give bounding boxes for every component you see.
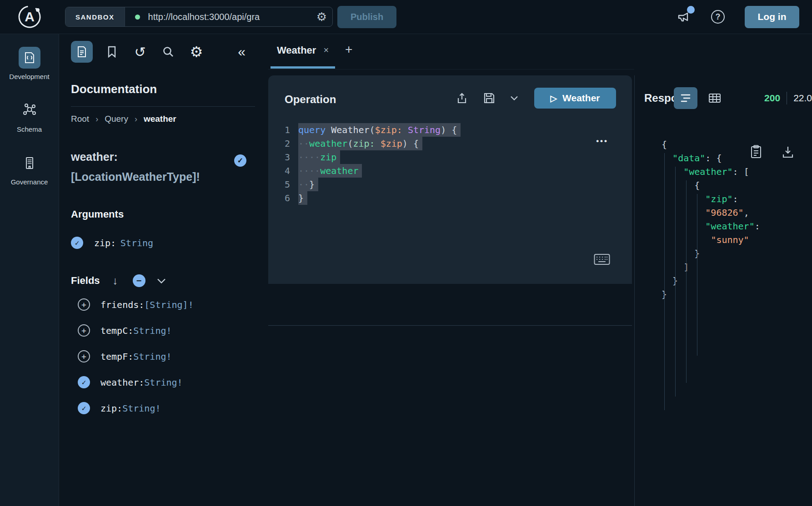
sidebar-item-schema[interactable]: Schema (0, 99, 59, 133)
code-token: ···· (298, 152, 320, 163)
apollo-logo[interactable]: A (0, 4, 59, 30)
graphql-code-editor[interactable]: 1query Weather($zip: String) {2··weather… (268, 123, 632, 205)
breadcrumb-current: weather (144, 114, 176, 124)
code-line[interactable]: 1query Weather($zip: String) { (268, 123, 632, 137)
save-operation-button[interactable] (483, 92, 495, 104)
sandbox-badge[interactable]: SANDBOX (65, 7, 125, 26)
notification-dot (687, 6, 695, 14)
code-selection: ····weather (298, 164, 362, 178)
download-response-button[interactable] (782, 145, 794, 159)
editor-menu-ellipsis-button[interactable]: ••• (596, 137, 608, 146)
bookmarks-button[interactable] (103, 43, 121, 61)
code-line[interactable]: 3····zip (268, 150, 632, 164)
endpoint-settings-gear-icon[interactable]: ⚙ (314, 10, 332, 24)
field-heading-type[interactable]: [LocationWeatherType]! (71, 170, 200, 183)
code-token: query (298, 124, 326, 135)
share-operation-button[interactable] (456, 92, 468, 104)
announcements-button[interactable] (677, 10, 691, 24)
response-json-line: ] (644, 260, 812, 274)
field-row[interactable]: ✓zip: String! (71, 395, 256, 421)
line-number: 2 (268, 137, 298, 150)
search-button[interactable] (159, 43, 177, 61)
tab-weather[interactable]: Weather × (271, 34, 335, 69)
breadcrumb-query[interactable]: Query (105, 114, 128, 124)
deselect-all-minus-icon[interactable]: − (133, 274, 145, 287)
code-token: : (755, 221, 760, 232)
add-field-plus-icon[interactable]: + (78, 350, 90, 362)
field-row[interactable]: ✓weather: String! (71, 369, 256, 395)
argument-check-icon[interactable]: ✓ (71, 237, 83, 249)
field-name: tempF: (100, 351, 133, 362)
code-token: { (662, 180, 700, 191)
sidebar-item-governance[interactable]: Governance (0, 152, 59, 186)
collapse-panel-button[interactable]: « (238, 44, 246, 60)
field-row[interactable]: +friends: [String]! (71, 292, 256, 317)
fields-title: Fields (71, 275, 100, 287)
help-button[interactable]: ? (711, 10, 725, 24)
panel-splitter[interactable] (634, 75, 635, 506)
tree-view-button[interactable] (674, 87, 697, 109)
field-type[interactable]: String! (133, 325, 171, 336)
code-token: String (408, 124, 441, 135)
code-line[interactable]: 2··weather(zip: $zip) { (268, 137, 632, 150)
field-type[interactable]: [String]! (144, 299, 193, 310)
code-line[interactable]: 5··} (268, 178, 632, 191)
response-json-line: "sunny" (644, 233, 812, 247)
close-tab-icon[interactable]: × (323, 45, 329, 55)
field-type[interactable]: String! (144, 377, 182, 388)
indent-guide (664, 153, 665, 410)
code-line[interactable]: 6} (268, 191, 632, 205)
field-type[interactable]: String! (133, 351, 171, 362)
response-time: 22.0 (793, 93, 812, 104)
copy-response-button[interactable] (750, 145, 762, 159)
breadcrumb-root[interactable]: Root (71, 114, 89, 124)
publish-button[interactable]: Publish (337, 6, 396, 28)
code-token (662, 207, 705, 218)
code-token: : { (705, 153, 722, 164)
argument-type[interactable]: String (120, 238, 153, 248)
field-heading: weather: [LocationWeatherType]! ✓ (71, 147, 256, 187)
endpoint-url-input[interactable]: http://localhost:3000/api/gra (148, 12, 314, 22)
code-token: : [ (733, 166, 749, 177)
sidebar-item-development[interactable]: Development (0, 47, 59, 80)
field-check-icon[interactable]: ✓ (78, 376, 90, 388)
divider (787, 92, 787, 104)
code-token: $zip: (375, 124, 402, 135)
add-field-plus-icon[interactable]: + (78, 298, 90, 311)
code-line[interactable]: 4····weather (268, 164, 632, 178)
table-view-button[interactable] (708, 93, 721, 104)
run-operation-button[interactable]: ▷ Weather (534, 88, 616, 109)
field-row[interactable]: +tempF: String! (71, 343, 256, 369)
connection-status-dot (135, 15, 140, 20)
play-icon: ▷ (550, 93, 557, 104)
sidebar-label: Development (9, 73, 49, 80)
field-selected-check-icon[interactable]: ✓ (234, 154, 246, 167)
field-type[interactable]: String! (122, 403, 160, 414)
field-check-icon[interactable]: ✓ (78, 402, 90, 414)
add-field-plus-icon[interactable]: + (78, 324, 90, 337)
add-tab-button[interactable]: + (345, 42, 352, 57)
chevron-down-icon[interactable] (157, 278, 165, 283)
code-token (662, 153, 672, 164)
field-name: friends: (100, 299, 144, 310)
field-row[interactable]: +tempC: String! (71, 317, 256, 343)
code-token: ) { (441, 124, 457, 135)
keyboard-shortcuts-icon[interactable] (594, 253, 610, 265)
documentation-tab-button[interactable] (71, 41, 93, 63)
login-button[interactable]: Log in (745, 6, 799, 28)
code-selection: ··} (298, 178, 318, 191)
response-json-line: } (644, 247, 812, 260)
code-selection: ··weather(zip: $zip) { (298, 137, 422, 150)
sort-down-arrow-icon[interactable]: ↓ (113, 274, 118, 287)
left-nav: Development Schema Governance (0, 34, 59, 506)
code-token: ···· (298, 165, 320, 176)
response-json-line: { (644, 179, 812, 192)
code-token: Weather (331, 124, 369, 135)
indent-guide (675, 167, 676, 397)
history-button[interactable]: ↺ (131, 43, 149, 61)
save-menu-chevron-icon[interactable] (511, 96, 518, 100)
building-icon (19, 152, 40, 174)
code-token (662, 166, 683, 177)
settings-gear-button[interactable]: ⚙ (187, 43, 206, 61)
argument-row[interactable]: ✓ zip: String (71, 237, 256, 249)
